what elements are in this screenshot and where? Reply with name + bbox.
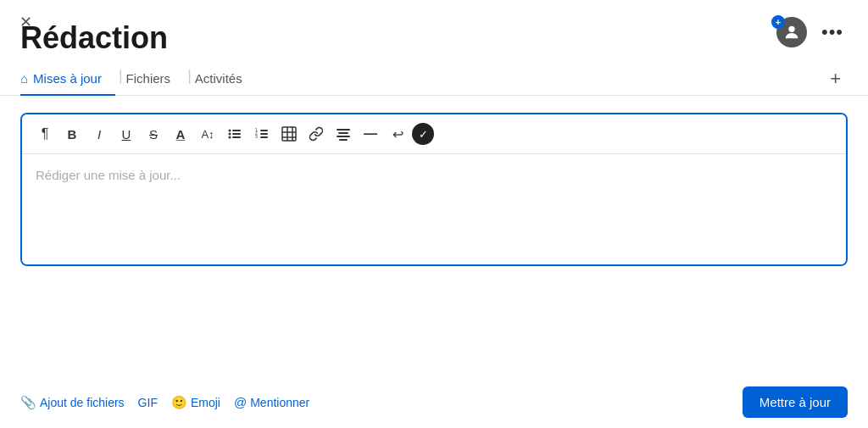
emoji-label: Emoji <box>191 396 220 409</box>
bullet-list-icon <box>228 127 242 141</box>
tab-files-label: Fichiers <box>126 71 171 86</box>
emoji-icon: 🙂 <box>171 395 187 410</box>
svg-rect-9 <box>260 136 268 138</box>
table-button[interactable] <box>276 121 302 147</box>
svg-rect-21 <box>339 139 348 141</box>
svg-rect-8 <box>260 133 268 135</box>
submit-button[interactable]: Mettre à jour <box>743 386 848 418</box>
gif-label: GIF <box>138 396 158 409</box>
tab-updates[interactable]: ⌂ Mises à jour <box>20 63 115 96</box>
font-size-button[interactable]: A↕ <box>195 121 220 147</box>
svg-rect-18 <box>337 129 350 131</box>
link-button[interactable] <box>303 121 329 147</box>
home-icon: ⌂ <box>20 71 28 86</box>
more-options-button[interactable]: ••• <box>817 17 848 47</box>
tab-divider-2: | <box>187 67 192 92</box>
strikethrough-button[interactable]: S <box>141 121 166 147</box>
paperclip-icon: 📎 <box>20 395 36 410</box>
close-button[interactable]: ✕ <box>14 10 37 34</box>
svg-point-4 <box>229 130 231 132</box>
align-button[interactable] <box>331 121 356 147</box>
svg-point-6 <box>229 136 231 139</box>
editor-toolbar: ¶ B I U S A A↕ <box>22 114 846 154</box>
tab-updates-label: Mises à jour <box>33 71 102 86</box>
add-member-button[interactable]: + <box>776 17 807 47</box>
svg-rect-20 <box>337 136 350 137</box>
tab-bar: ⌂ Mises à jour | Fichiers | Activités + <box>0 63 868 96</box>
editor-wrapper: ¶ B I U S A A↕ <box>20 113 848 266</box>
svg-rect-3 <box>232 136 241 138</box>
svg-rect-13 <box>282 127 296 141</box>
ordered-list-icon: 1 2 3 <box>255 127 269 141</box>
ordered-list-button[interactable]: 1 2 3 <box>249 121 275 147</box>
mention-button[interactable]: @ Mentionner <box>234 395 309 409</box>
tab-files[interactable]: Fichiers <box>126 63 185 96</box>
svg-rect-7 <box>260 130 268 131</box>
bottom-actions: 📎 Ajout de fichiers GIF 🙂 Emoji @ Mentio… <box>20 395 309 410</box>
paragraph-button[interactable]: ¶ <box>32 121 58 147</box>
svg-point-0 <box>788 26 794 32</box>
editor-placeholder: Rédiger une mise à jour... <box>36 168 181 182</box>
attach-files-label: Ajout de fichiers <box>40 396 125 409</box>
emoji-button[interactable]: 🙂 Emoji <box>171 395 220 410</box>
svg-rect-2 <box>232 133 241 135</box>
svg-text:3: 3 <box>255 134 258 139</box>
align-icon <box>337 127 350 141</box>
gif-button[interactable]: GIF <box>138 396 158 409</box>
link-icon <box>309 126 324 142</box>
tab-divider-1: | <box>119 67 123 92</box>
bold-button[interactable]: B <box>59 121 85 147</box>
svg-rect-1 <box>232 130 241 131</box>
person-icon <box>782 23 801 42</box>
undo-button[interactable]: ↩ <box>385 121 410 147</box>
svg-rect-19 <box>338 132 348 134</box>
check-button[interactable]: ✓ <box>412 123 434 145</box>
at-icon: @ <box>234 395 247 409</box>
editor-input[interactable]: Rédiger une mise à jour... <box>22 154 846 264</box>
mention-label: Mentionner <box>250 396 309 409</box>
bottom-bar: 📎 Ajout de fichiers GIF 🙂 Emoji @ Mentio… <box>0 376 868 428</box>
table-icon <box>281 126 297 142</box>
add-icon: + <box>771 15 785 29</box>
svg-point-5 <box>229 133 231 136</box>
unordered-list-button[interactable] <box>222 121 248 147</box>
italic-button[interactable]: I <box>86 121 112 147</box>
underline-button[interactable]: U <box>114 121 139 147</box>
font-color-button[interactable]: A <box>168 121 193 147</box>
attach-files-button[interactable]: 📎 Ajout de fichiers <box>20 395 125 410</box>
tab-activities-label: Activités <box>195 71 242 86</box>
tab-activities[interactable]: Activités <box>195 63 256 96</box>
divider-button[interactable]: — <box>358 121 383 147</box>
add-tab-button[interactable]: + <box>823 64 848 93</box>
page-title: Rédaction <box>0 14 868 56</box>
